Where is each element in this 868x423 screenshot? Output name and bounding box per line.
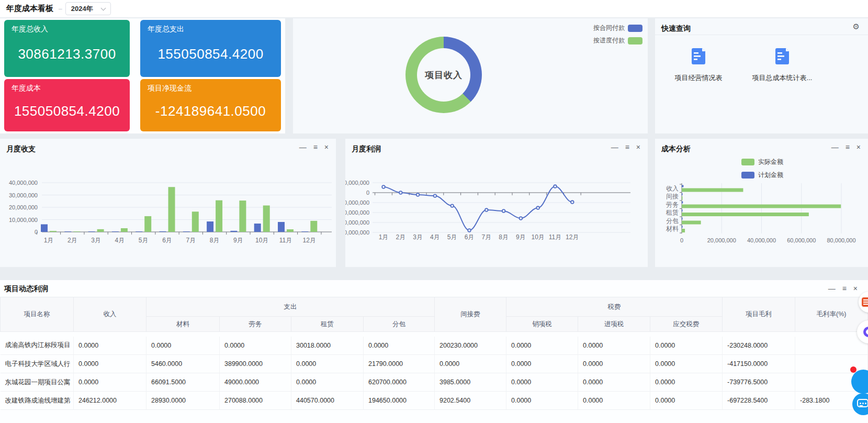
svg-text:分包: 分包: [666, 217, 679, 225]
col-header-margin: 毛利率(%): [795, 297, 868, 332]
col-header-labor: 劳务: [220, 317, 291, 332]
legend-item-progress-payment[interactable]: 按进度付款: [593, 36, 642, 45]
table-row[interactable]: 东城花园一期项目公寓0.000066091.500049000.00000.00…: [1, 373, 868, 392]
kpi-value: 155050854.4200: [140, 46, 281, 62]
svg-text:60,000,000: 60,000,000: [787, 237, 816, 243]
kpi-card-total-expense: 年度总支出 155050854.4200: [140, 20, 281, 77]
table-row[interactable]: 电子科技大学区域人行0.00005460.0000389900.00000.00…: [1, 355, 868, 373]
table-cell: 5460.0000: [146, 355, 220, 373]
menu-icon[interactable]: ≡: [842, 285, 847, 292]
table-cell: 0.0000: [435, 355, 506, 373]
donut-legend: 按合同付款 按进度付款: [593, 24, 642, 45]
table-cell: 389900.0000: [220, 355, 291, 373]
kpi-label: 年度总收入: [12, 25, 122, 34]
svg-text:7月: 7月: [481, 233, 491, 241]
svg-text:40,000,000: 40,000,000: [747, 237, 776, 243]
kpi-label: 年度总支出: [148, 25, 274, 34]
menu-icon[interactable]: ≡: [625, 143, 629, 151]
notification-badge: [850, 366, 856, 373]
window-controls: — ≡ ×: [828, 285, 858, 292]
svg-text:-20,000,000: -20,000,000: [345, 209, 369, 216]
svg-text:8月: 8月: [499, 233, 509, 241]
svg-text:-10,000,000: -10,000,000: [345, 199, 369, 206]
close-icon[interactable]: ×: [856, 143, 861, 151]
table-cell: -739776.5000: [723, 373, 795, 392]
close-icon[interactable]: ×: [853, 285, 858, 292]
close-icon[interactable]: ×: [324, 143, 329, 151]
col-header-rent: 租赁: [291, 317, 364, 332]
monthly-profit-panel: 月度利润 — ≡ × 10,000,0000-10,000,000-20,000…: [345, 139, 648, 267]
chat-bubble-icon: [857, 399, 868, 407]
close-icon[interactable]: ×: [636, 143, 640, 151]
kpi-panel: 年度总收入 30861213.3700 年度总支出 155050854.4200…: [0, 18, 285, 133]
svg-text:12月: 12月: [303, 237, 316, 244]
title-bar: 年度成本看板 – 2024年: [0, 0, 868, 17]
window-controls: — ≡ ×: [611, 143, 640, 151]
file-item-total-cost-report[interactable]: 项目总成本统计表...: [748, 48, 816, 83]
project-name-cell: 东城花园一期项目公寓: [1, 373, 74, 392]
menu-icon[interactable]: ≡: [846, 143, 850, 151]
cost-analysis-bar-chart: 020,000,00040,000,00060,000,00080,000,00…: [655, 139, 868, 267]
gear-icon[interactable]: ⚙: [853, 23, 860, 30]
year-select[interactable]: 2024年: [65, 2, 111, 15]
table-cell: 0.0000: [74, 373, 146, 392]
col-header-income: 收入: [74, 297, 146, 332]
legend-label: 按进度付款: [593, 36, 625, 45]
table-cell: 66091.5000: [146, 373, 220, 392]
table-row[interactable]: 改建铁路成渝线增建第246212.000028930.0000270088.00…: [1, 392, 868, 410]
table-cell: [795, 337, 868, 355]
legend-item-contract-payment[interactable]: 按合同付款: [593, 24, 642, 32]
table-cell: 194650.0000: [364, 392, 435, 410]
cost-analysis-panel: 成本分析 — ≡ × 实际金额 计划金额 020,000,00040,000,0…: [655, 139, 868, 267]
floating-logo-icon: [862, 297, 868, 307]
file-item-operating-report[interactable]: 项目经营情况表: [664, 48, 732, 83]
svg-text:80,000,000: 80,000,000: [827, 237, 855, 243]
col-header-gross: 项目毛利: [723, 297, 795, 332]
svg-text:1月: 1月: [44, 237, 54, 244]
table-cell: 0.0000: [506, 392, 578, 410]
svg-text:6月: 6月: [162, 237, 172, 244]
kpi-card-annual-cost: 年度成本 155050854.4200: [4, 79, 130, 131]
quick-query-file-list: 项目经营情况表 项目总成本统计表...: [664, 48, 816, 83]
table-cell: 0.0000: [74, 337, 146, 355]
table-cell: 246212.0000: [74, 392, 146, 410]
table-row[interactable]: 成渝高铁内江标段项目0.00000.00000.000030018.00000.…: [1, 337, 868, 355]
svg-text:11月: 11月: [279, 237, 292, 244]
col-header-payable-tax: 应交税费: [650, 317, 723, 332]
minimize-icon[interactable]: —: [611, 143, 618, 151]
table-cell: 0.0000: [291, 355, 364, 373]
svg-text:7月: 7月: [186, 237, 196, 244]
table-cell: 0.0000: [291, 373, 364, 392]
col-header-subcontract: 分包: [364, 317, 435, 332]
svg-text:5月: 5月: [139, 237, 149, 244]
table-cell: 440570.0000: [291, 392, 364, 410]
table-cell: 0.0000: [650, 392, 723, 410]
file-label: 项目总成本统计表...: [748, 73, 816, 83]
minimize-icon[interactable]: —: [828, 285, 836, 292]
table-cell: 28930.0000: [146, 392, 220, 410]
chevron-down-icon: [100, 5, 106, 10]
svg-text:40,000,000: 40,000,000: [9, 180, 38, 186]
monthly-profit-line-chart: 10,000,0000-10,000,000-20,000,000-30,000…: [345, 139, 648, 267]
table-cell: 0.0000: [578, 355, 650, 373]
table-cell: [795, 355, 868, 373]
brand-ring-icon: [863, 327, 868, 337]
table-cell: 620700.0000: [364, 373, 435, 392]
table-cell: 49000.0000: [220, 373, 291, 392]
svg-text:劳务: 劳务: [666, 201, 679, 208]
menu-icon[interactable]: ≡: [313, 143, 318, 151]
window-controls: — ≡ ×: [831, 143, 861, 151]
project-income-donut-panel: 按合同付款 按进度付款 项目收入: [293, 18, 648, 133]
svg-text:10月: 10月: [532, 233, 545, 241]
project-profit-table: 项目名称 收入 支出 间接费 税费 项目毛利 毛利率(%) 材料 劳务 租赁 分…: [0, 297, 868, 410]
table-cell: 0.0000: [506, 373, 578, 392]
svg-text:10月: 10月: [255, 237, 268, 244]
table-cell: -417150.0000: [723, 355, 795, 373]
minimize-icon[interactable]: —: [831, 143, 839, 151]
page-title: 年度成本看板: [6, 4, 53, 14]
minimize-icon[interactable]: —: [299, 143, 307, 151]
donut-center-label: 项目收入: [425, 69, 463, 81]
svg-text:0: 0: [35, 229, 38, 235]
table-cell: 21790.0000: [364, 355, 435, 373]
monthly-balance-bar-chart: 010,000,00020,000,00030,000,00040,000,00…: [0, 139, 336, 267]
